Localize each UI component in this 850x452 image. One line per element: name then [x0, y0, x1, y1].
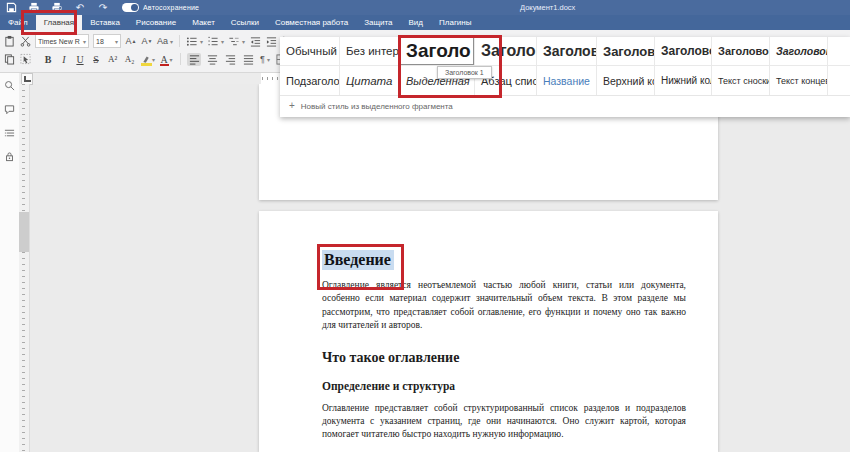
select-all-icon[interactable] [19, 53, 31, 66]
bold-button[interactable]: B [42, 53, 54, 66]
doc-paragraph-2[interactable]: Оглавление представляет собой структурир… [322, 402, 686, 442]
superscript-button[interactable]: A² [106, 53, 119, 66]
horizontal-ruler[interactable] [19, 72, 280, 84]
font-size-value: 18 [96, 38, 104, 45]
paragraph-marks-icon[interactable]: ¶▾ [259, 53, 271, 66]
decrease-indent-icon[interactable] [249, 35, 261, 48]
align-justify-button[interactable] [241, 53, 255, 66]
tab-view[interactable]: Вид [401, 15, 431, 30]
save-icon[interactable] [4, 2, 18, 14]
toolbar-row-1: Times New R▾ 18▾ A▲ A▼ Aa▾ ▾ ▾ ▾ [3, 34, 293, 48]
style-heading-6[interactable]: Заголовок ( [712, 37, 770, 66]
document-title: Документ1.docx [520, 3, 575, 12]
autosave-label: Автосохранение [143, 4, 199, 11]
document-page-2[interactable]: Введение Оглавление является неотъемлемо… [259, 211, 718, 452]
style-quote[interactable]: Цитата [340, 66, 400, 95]
tab-collaboration[interactable]: Совместная работа [267, 15, 356, 30]
style-heading-3[interactable]: Заголовс [537, 37, 597, 66]
cut-icon[interactable] [19, 35, 31, 48]
app-window: ↶ ↷ Автосохранение Документ1.docx Файл Г… [0, 0, 850, 452]
font-size-select[interactable]: 18▾ [93, 34, 121, 48]
style-cell-partial[interactable] [828, 66, 850, 95]
search-icon[interactable] [4, 80, 15, 91]
italic-button[interactable]: I [58, 53, 70, 66]
font-color-icon[interactable]: A ▾ [159, 53, 174, 66]
chevron-down-icon: ▾ [115, 38, 118, 45]
style-footnote-text[interactable]: Текст сноски [712, 66, 770, 95]
style-heading-7[interactable]: Заголовок [770, 37, 828, 66]
vertical-ruler-margin-zone [19, 212, 29, 252]
style-endnote-text[interactable]: Текст концев [770, 66, 828, 95]
tab-plugins[interactable]: Плагины [431, 15, 479, 30]
quick-print-icon[interactable] [50, 2, 64, 14]
tab-references[interactable]: Ссылки [223, 15, 267, 30]
font-name-value: Times New R [38, 38, 80, 45]
highlight-color-bar [141, 63, 152, 66]
left-sidebar [0, 72, 20, 452]
strikeout-button[interactable]: S [90, 53, 102, 66]
align-right-button[interactable] [223, 53, 237, 66]
style-header[interactable]: Верхний кол [597, 66, 655, 95]
selected-text[interactable]: Введение [322, 250, 394, 270]
document-content: Введение Оглавление является неотъемлемо… [322, 211, 686, 442]
style-heading-4[interactable]: Заголово [597, 37, 655, 66]
multilevel-list-icon[interactable]: ▾ [228, 35, 245, 48]
vertical-ruler[interactable] [19, 84, 30, 452]
increase-font-icon[interactable]: A▲ [125, 35, 137, 48]
style-no-spacing[interactable]: Без интерва [340, 37, 400, 66]
undo-icon[interactable]: ↶ [73, 2, 87, 14]
title-bar: ↶ ↷ Автосохранение Документ1.docx [0, 0, 850, 15]
toolbar-divider [179, 35, 180, 47]
tab-file[interactable]: Файл [0, 15, 36, 30]
comments-icon[interactable] [4, 104, 15, 115]
new-style-button[interactable]: + Новый стиль из выделенного фрагмента [280, 95, 850, 116]
styles-row-2: Подзаголов Цитата Выделенная Абзац списк… [280, 66, 850, 95]
style-title[interactable]: Название [537, 66, 597, 95]
style-heading-2[interactable]: Заголов [475, 37, 537, 66]
style-subtitle[interactable]: Подзаголов [280, 66, 340, 95]
new-style-label: Новый стиль из выделенного фрагмента [301, 102, 453, 111]
tab-insert[interactable]: Вставка [82, 15, 128, 30]
underline-button[interactable]: U [74, 53, 86, 66]
bullet-list-icon[interactable]: ▾ [186, 35, 203, 48]
paste-icon[interactable] [3, 35, 15, 48]
font-name-select[interactable]: Times New R▾ [35, 34, 89, 48]
copy-icon[interactable] [3, 53, 15, 66]
toolbar-divider [180, 53, 181, 65]
doc-heading-what-is-toc[interactable]: Что такое оглавление [322, 350, 686, 366]
toolbar-row-2: B I U S A² A₂ ▾ A ▾ [3, 52, 287, 66]
horizontal-ruler-ticks[interactable] [261, 72, 280, 84]
highlight-color-icon[interactable]: ▾ [140, 53, 155, 66]
lock-icon[interactable] [4, 151, 15, 162]
doc-paragraph-1[interactable]: Оглавление является неотъемлемой частью … [322, 279, 686, 333]
align-center-button[interactable] [205, 53, 219, 66]
style-heading-5[interactable]: Заголовок [655, 37, 712, 66]
font-color-bar [160, 64, 169, 66]
styles-row-1: Обычный Без интерва Заголо Заголов Загол… [280, 37, 850, 66]
doc-heading-introduction[interactable]: Введение [322, 251, 686, 269]
tab-home[interactable]: Главная [36, 15, 82, 30]
style-tooltip: Заголовок 1 [437, 66, 492, 79]
chevron-down-icon: ▾ [83, 38, 86, 45]
redo-icon[interactable]: ↷ [96, 2, 110, 14]
tab-protection[interactable]: Защита [356, 15, 400, 30]
decrease-font-icon[interactable]: A▼ [141, 35, 153, 48]
style-normal[interactable]: Обычный [280, 37, 340, 66]
styles-gallery-panel: Обычный Без интерва Заголо Заголов Загол… [280, 37, 850, 117]
print-icon[interactable] [27, 2, 41, 14]
autosave-toggle[interactable] [122, 3, 139, 12]
change-case-icon[interactable]: Aa▾ [157, 35, 173, 48]
plus-icon: + [289, 101, 295, 111]
menu-bar: Файл Главная Вставка Рисование Макет Ссы… [0, 15, 850, 30]
numbered-list-icon[interactable]: ▾ [207, 35, 224, 48]
style-footer[interactable]: Нижний кол [655, 66, 712, 95]
tab-draw[interactable]: Рисование [128, 15, 184, 30]
navigation-headings-icon[interactable] [4, 128, 15, 139]
style-cell-partial[interactable] [828, 37, 850, 66]
doc-heading-definition[interactable]: Определение и структура [322, 380, 686, 392]
tab-layout[interactable]: Макет [184, 15, 223, 30]
subscript-button[interactable]: A₂ [123, 53, 136, 66]
increase-indent-icon[interactable] [265, 35, 277, 48]
style-heading-1[interactable]: Заголо [400, 37, 475, 66]
align-left-button[interactable] [187, 53, 201, 66]
